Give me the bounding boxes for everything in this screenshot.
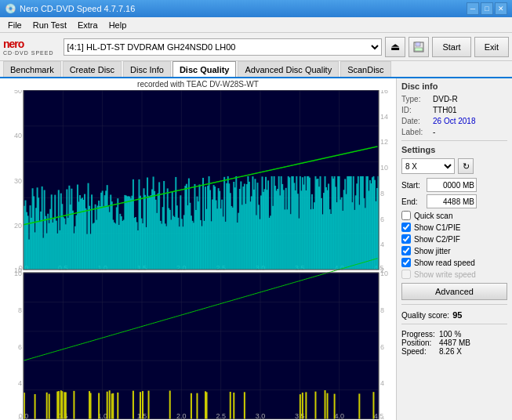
start-mb-label: Start: <box>401 181 423 190</box>
tab-scan-disc[interactable]: ScanDisc <box>340 61 390 77</box>
c2-pif-label: Show C2/PIF <box>414 235 460 244</box>
disc-id-label: ID: <box>401 106 430 114</box>
jitter-row: Show jitter <box>401 246 507 255</box>
title-bar-left: 💿 Nero CD-DVD Speed 4.7.7.16 <box>5 3 135 14</box>
speed-row: 8 X ↻ <box>401 158 507 174</box>
divider-3 <box>401 324 507 324</box>
progress-label: Progress: <box>401 330 436 339</box>
jitter-label: Show jitter <box>414 247 451 255</box>
exit-button[interactable]: Exit <box>474 37 509 57</box>
nero-logo-text: nero <box>3 38 24 50</box>
maximize-button[interactable]: □ <box>481 2 493 15</box>
main-content: recorded with TEAC DV-W28S-WT Disc info … <box>0 78 512 420</box>
divider-2 <box>401 304 507 305</box>
nero-logo-sub: CD·DVD SPEED <box>3 50 54 56</box>
menu-file[interactable]: File <box>3 19 27 31</box>
quality-score-value: 95 <box>452 310 462 320</box>
svg-rect-2 <box>415 48 423 51</box>
quick-scan-checkbox[interactable] <box>401 211 411 220</box>
menu-run-test[interactable]: Run Test <box>28 19 71 31</box>
save-button[interactable] <box>409 37 429 57</box>
position-label: Position: <box>401 339 436 347</box>
position-value: 4487 MB <box>439 339 470 347</box>
disc-date-value: 26 Oct 2018 <box>433 117 475 125</box>
disc-label-label: Label: <box>401 128 430 136</box>
jitter-checkbox[interactable] <box>401 246 411 255</box>
speed-label: Speed: <box>401 347 436 356</box>
nero-logo: nero CD·DVD SPEED <box>3 38 54 56</box>
eject-button[interactable]: ⏏ <box>385 37 405 57</box>
app-icon: 💿 <box>5 3 16 14</box>
quality-row: Quality score: 95 <box>401 310 507 320</box>
c1-pie-checkbox[interactable] <box>401 223 411 232</box>
menu-bar: File Run Test Extra Help <box>0 17 512 33</box>
read-speed-label: Show read speed <box>414 259 475 267</box>
read-speed-row: Show read speed <box>401 258 507 267</box>
quick-scan-row: Quick scan <box>401 211 507 220</box>
disc-label-value: - <box>433 128 435 136</box>
toolbar: nero CD·DVD SPEED [4:1] HL-DT-ST DVDRAM … <box>0 33 512 61</box>
settings-title: Settings <box>401 145 507 154</box>
write-speed-label: Show write speed <box>414 270 476 279</box>
disc-date-row: Date: 26 Oct 2018 <box>401 117 507 125</box>
write-speed-checkbox <box>401 270 411 279</box>
read-speed-checkbox[interactable] <box>401 258 411 267</box>
app-title: Nero CD-DVD Speed 4.7.7.16 <box>20 4 135 13</box>
drive-select[interactable]: [4:1] HL-DT-ST DVDRAM GH24NSD0 LH00 <box>64 38 383 56</box>
c2-pif-row: Show C2/PIF <box>401 234 507 244</box>
end-mb-label: End: <box>401 197 423 206</box>
speed-value: 8.26 X <box>439 347 462 356</box>
disc-id-value: TTH01 <box>433 106 457 114</box>
quality-score-label: Quality score: <box>401 311 449 320</box>
end-mb-input[interactable] <box>427 194 477 208</box>
end-mb-row: End: <box>401 194 507 208</box>
disc-type-label: Type: <box>401 95 430 103</box>
disc-type-value: DVD-R <box>433 95 458 103</box>
title-bar-controls: ─ □ ✕ <box>467 2 507 15</box>
tab-disc-quality[interactable]: Disc Quality <box>172 61 237 77</box>
tab-benchmark[interactable]: Benchmark <box>3 61 61 77</box>
speed-select[interactable]: 8 X <box>401 158 455 174</box>
title-bar: 💿 Nero CD-DVD Speed 4.7.7.16 ─ □ ✕ <box>0 0 512 17</box>
close-button[interactable]: ✕ <box>495 2 507 15</box>
write-speed-row: Show write speed <box>401 270 507 279</box>
progress-value: 100 % <box>439 330 461 339</box>
speed-row-prog: Speed: 8.26 X <box>401 347 507 356</box>
c1-pie-row: Show C1/PIE <box>401 223 507 232</box>
refresh-button[interactable]: ↻ <box>458 158 474 174</box>
disc-label-row: Label: - <box>401 128 507 136</box>
advanced-button[interactable]: Advanced <box>401 283 507 300</box>
tab-disc-info[interactable]: Disc Info <box>123 61 171 77</box>
chart-canvas <box>2 90 394 419</box>
right-panel: Disc info Type: DVD-R ID: TTH01 Date: 26… <box>396 78 512 420</box>
menu-extra[interactable]: Extra <box>73 19 103 31</box>
start-mb-input[interactable] <box>427 178 477 192</box>
divider-1 <box>401 140 507 141</box>
tab-advanced-disc-quality[interactable]: Advanced Disc Quality <box>238 61 339 77</box>
position-row: Position: 4487 MB <box>401 339 507 347</box>
start-button[interactable]: Start <box>432 37 470 57</box>
disc-type-row: Type: DVD-R <box>401 95 507 103</box>
tab-create-disc[interactable]: Create Disc <box>63 61 122 77</box>
tab-bar: Benchmark Create Disc Disc Info Disc Qua… <box>0 61 512 78</box>
chart-area: recorded with TEAC DV-W28S-WT <box>0 78 396 420</box>
menu-help[interactable]: Help <box>104 19 132 31</box>
minimize-button[interactable]: ─ <box>467 2 479 15</box>
chart-title: recorded with TEAC DV-W28S-WT <box>2 80 394 89</box>
c2-pif-checkbox[interactable] <box>401 234 411 244</box>
disc-id-row: ID: TTH01 <box>401 106 507 114</box>
c1-pie-label: Show C1/PIE <box>414 223 460 232</box>
disc-info-title: Disc info <box>401 81 507 91</box>
start-mb-row: Start: <box>401 178 507 192</box>
disc-date-label: Date: <box>401 117 430 125</box>
progress-row: Progress: 100 % <box>401 330 507 339</box>
quick-scan-label: Quick scan <box>414 212 452 220</box>
progress-section: Progress: 100 % Position: 4487 MB Speed:… <box>401 330 507 356</box>
svg-rect-1 <box>416 42 420 46</box>
